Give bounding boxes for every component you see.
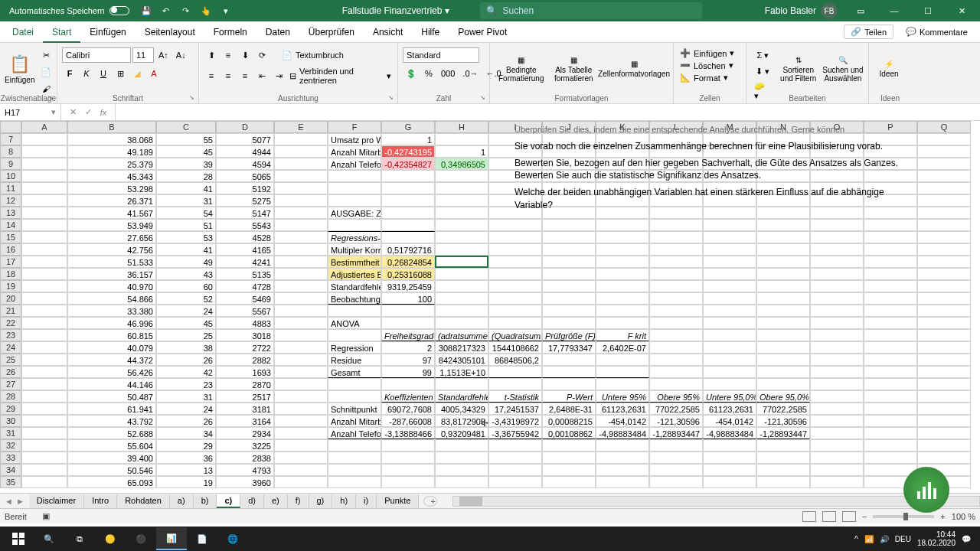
cell[interactable]: 4528 [216, 231, 274, 243]
sort-filter-button[interactable]: ⇅ Sortieren und Filtern [778, 47, 819, 90]
cell[interactable]: 2 [381, 341, 435, 354]
cell[interactable] [864, 268, 917, 280]
word-taskbar-icon[interactable]: 📄 [187, 527, 217, 550]
align-top-icon[interactable]: ⬆ [204, 47, 219, 63]
decrease-font-icon[interactable]: A↓ [173, 47, 189, 63]
cell[interactable] [274, 158, 328, 170]
row-header[interactable]: 34 [0, 464, 21, 476]
cell[interactable] [381, 305, 435, 317]
currency-icon[interactable]: 💲 [403, 66, 420, 81]
font-size-combo[interactable]: 11 [132, 47, 154, 63]
cell[interactable] [864, 341, 917, 354]
cell[interactable] [864, 292, 917, 305]
cell[interactable]: -287,66008 [381, 415, 435, 427]
cell[interactable]: 43.792 [67, 415, 156, 427]
cell[interactable] [917, 158, 971, 170]
cell[interactable] [488, 317, 542, 329]
border-icon[interactable]: ⊞ [113, 66, 128, 81]
cell[interactable]: t-Statistik [488, 390, 542, 403]
cell[interactable] [21, 158, 67, 170]
cell[interactable] [328, 219, 381, 231]
cell[interactable]: 97 [381, 354, 435, 366]
cell[interactable]: ANOVA [328, 317, 381, 329]
cell[interactable]: 54.866 [67, 292, 156, 305]
cell[interactable] [864, 243, 917, 256]
maximize-icon[interactable]: ☐ [913, 0, 943, 21]
document-title[interactable]: Fallstudie Finanzvertrieb▾ [342, 5, 450, 16]
cell[interactable]: 44.146 [67, 378, 156, 390]
increase-font-icon[interactable]: A↑ [155, 47, 172, 63]
cell[interactable]: 49.189 [67, 145, 156, 158]
cell[interactable] [649, 476, 703, 488]
zoom-out-icon[interactable]: − [862, 512, 867, 521]
cell[interactable]: 53.949 [67, 219, 156, 231]
cell[interactable]: 24 [156, 403, 216, 415]
cell[interactable]: 0,51792716 [381, 243, 435, 256]
row-header[interactable]: 14 [0, 219, 21, 231]
cell[interactable]: 1693 [216, 366, 274, 378]
cell[interactable]: 52 [156, 292, 216, 305]
cut-icon[interactable]: ✂ [38, 47, 54, 63]
cell[interactable] [328, 452, 381, 464]
col-header[interactable]: C [156, 121, 216, 133]
cell[interactable] [274, 268, 328, 280]
row-header[interactable]: 22 [0, 317, 21, 329]
cell[interactable] [488, 476, 542, 488]
sheet-tab[interactable]: a) [170, 494, 194, 508]
cell[interactable] [274, 403, 328, 415]
cell[interactable]: 3960 [216, 476, 274, 488]
cell[interactable]: Standardfehler [435, 390, 488, 403]
cell[interactable] [810, 231, 864, 243]
cell[interactable] [435, 194, 488, 207]
cell[interactable]: 36 [156, 452, 216, 464]
cell[interactable] [381, 219, 435, 231]
cell[interactable] [488, 292, 542, 305]
cell[interactable] [756, 280, 810, 292]
cell[interactable]: 43 [156, 268, 216, 280]
fill-color-icon[interactable]: ◢ [129, 66, 145, 81]
cell[interactable]: -454,0142 [703, 415, 756, 427]
tab-formulas[interactable]: Formeln [204, 21, 256, 43]
cell[interactable]: 31 [156, 194, 216, 207]
sheet-tab[interactable]: c) [217, 494, 240, 508]
cell[interactable]: 27.656 [67, 231, 156, 243]
wifi-icon[interactable]: 📶 [864, 535, 874, 543]
cell[interactable] [488, 256, 542, 268]
cell[interactable]: 2882 [216, 354, 274, 366]
cell[interactable] [274, 145, 328, 158]
insert-cells-button[interactable]: ➕ Einfügen ▾ [678, 47, 736, 59]
cell[interactable] [864, 256, 917, 268]
cell[interactable] [703, 292, 756, 305]
delete-cells-button[interactable]: ➖ Löschen ▾ [678, 60, 736, 71]
page-layout-view-icon[interactable] [822, 511, 836, 522]
cell[interactable] [864, 427, 917, 439]
cell[interactable] [274, 194, 328, 207]
cell[interactable] [274, 415, 328, 427]
cell[interactable]: 5065 [216, 170, 274, 182]
cell[interactable] [596, 268, 649, 280]
col-header[interactable]: A [21, 121, 67, 133]
cell[interactable] [703, 439, 756, 452]
cell[interactable]: 55.604 [67, 439, 156, 452]
cell[interactable] [21, 403, 67, 415]
cell[interactable] [21, 439, 67, 452]
cell[interactable]: 9319,25459 [381, 280, 435, 292]
cell[interactable] [21, 366, 67, 378]
cell[interactable]: 2722 [216, 341, 274, 354]
sheet-tab[interactable]: Disclaimer [29, 494, 84, 508]
cell[interactable]: 25 [156, 329, 216, 341]
cell[interactable]: -0,42743195 [381, 145, 435, 158]
cell[interactable]: Standardfehle [328, 280, 381, 292]
orientation-icon[interactable]: ⟳ [254, 47, 270, 63]
sheet-tab[interactable]: Rohdaten [117, 494, 170, 508]
cell[interactable]: Anzahl Telefo [328, 158, 381, 170]
cell[interactable]: 2870 [216, 378, 274, 390]
cell[interactable]: -454,0142 [596, 415, 649, 427]
cell[interactable] [21, 354, 67, 366]
cell[interactable] [488, 366, 542, 378]
cell[interactable]: 4728 [216, 280, 274, 292]
cell[interactable] [328, 378, 381, 390]
zoom-slider[interactable] [873, 515, 934, 518]
cell[interactable] [649, 292, 703, 305]
cell[interactable]: 4594 [216, 158, 274, 170]
